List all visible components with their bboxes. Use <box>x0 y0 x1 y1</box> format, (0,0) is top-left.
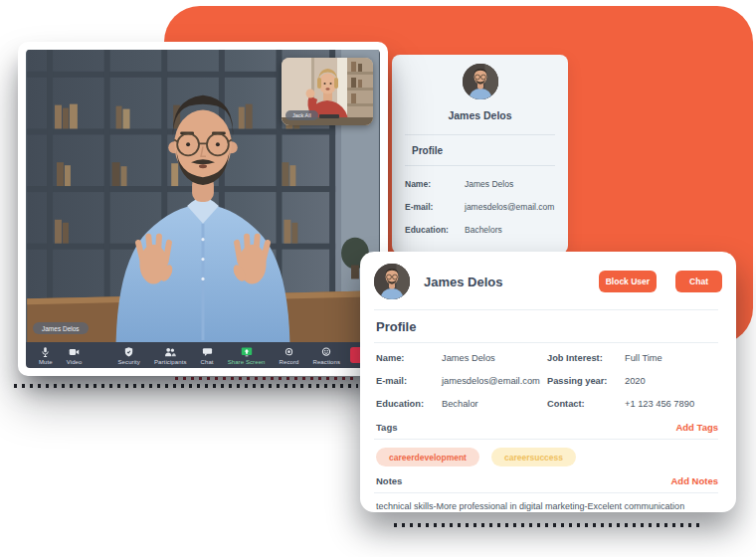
share-screen-icon <box>241 346 253 358</box>
panel-section-title: Profile <box>412 145 568 156</box>
field-row: Job Interest: Full Time <box>547 353 718 363</box>
video-button[interactable]: Video <box>60 342 90 368</box>
divider <box>405 134 555 135</box>
add-tags-link[interactable]: Add Tags <box>675 422 718 433</box>
chat-button[interactable]: Chat <box>675 271 722 292</box>
field-value: James Delos <box>465 179 513 189</box>
main-video-feed: James Delos <box>26 50 380 342</box>
field-row: Passing year: 2020 <box>547 376 718 386</box>
field-value: jamesdelos@email.com <box>442 376 540 386</box>
block-user-button[interactable]: Block User <box>599 271 657 292</box>
tags-header: Tags Add Tags <box>360 422 736 439</box>
field-row: Education: Bechalor <box>376 399 547 409</box>
field-label: Passing year: <box>547 376 625 386</box>
dotted-decoration <box>175 377 356 380</box>
card-user-name: James Delos <box>424 275 503 289</box>
field-label: Contact: <box>547 399 625 409</box>
participants-icon <box>164 346 176 358</box>
field-label: Job Interest: <box>547 353 625 363</box>
dotted-decoration <box>394 523 704 527</box>
video-call-window: James Delos <box>18 42 388 376</box>
field-label: E-mail: <box>405 202 465 212</box>
toolbar-item-label: Reactions <box>312 359 340 365</box>
field-row: E-mail: jamesdelos@email.com <box>405 202 556 212</box>
profile-card: James Delos Block User Chat Profile Name… <box>360 252 736 512</box>
reactions-button[interactable]: Reactions <box>305 342 347 368</box>
field-row: Name: James Delos <box>376 353 547 363</box>
field-value: Bechalor <box>442 399 478 409</box>
field-label: Name: <box>376 353 442 363</box>
notes-header: Notes Add Notes <box>360 475 736 492</box>
profile-card-header: James Delos Block User Chat <box>360 252 736 309</box>
thumbnail-video[interactable]: Jack All <box>282 58 373 125</box>
record-button[interactable]: Record <box>273 342 306 368</box>
field-value: 2020 <box>625 376 646 386</box>
tag-list: careerdevelopment careersuccess <box>360 440 736 475</box>
avatar <box>463 64 498 99</box>
microphone-icon <box>40 346 51 358</box>
field-row: Name: James Delos <box>405 179 556 189</box>
field-row: Contact: +1 123 456 7890 <box>547 399 718 409</box>
panel-user-name: James Delos <box>392 109 568 121</box>
fields-left-column: Name: James Delos E-mail: jamesdelos@ema… <box>376 353 547 422</box>
field-value: jamesdelos@email.com <box>465 202 554 212</box>
chat-button[interactable]: Chat <box>194 342 221 368</box>
field-value: +1 123 456 7890 <box>625 399 694 409</box>
toolbar-item-label: Security <box>118 359 140 365</box>
record-icon <box>284 346 294 358</box>
notes-title: Notes <box>376 475 402 486</box>
participants-button[interactable]: Participants <box>147 342 194 368</box>
page: James Delos <box>0 0 756 557</box>
avatar-illustration <box>374 264 410 299</box>
divider <box>374 309 718 310</box>
card-section-title: Profile <box>376 319 736 334</box>
security-button[interactable]: Security <box>111 342 147 368</box>
toolbar-item-label: Video <box>67 359 83 365</box>
field-label: Name: <box>405 179 465 189</box>
dotted-decoration <box>14 384 358 388</box>
tag-chip[interactable]: careerdevelopment <box>376 448 479 466</box>
fields-right-column: Job Interest: Full Time Passing year: 20… <box>547 353 718 422</box>
shield-icon <box>123 346 134 358</box>
divider <box>405 165 555 166</box>
thumbnail-name-badge: Jack All <box>285 110 318 120</box>
field-label: Education: <box>405 225 465 235</box>
share-screen-button[interactable]: Share Screen <box>221 342 273 368</box>
toolbar-item-label: Chat <box>201 359 214 365</box>
reactions-icon <box>320 346 332 358</box>
chat-bubble-icon <box>202 346 213 358</box>
toolbar-item-label: Share Screen <box>228 359 266 365</box>
toolbar-item-label: Participants <box>154 359 187 365</box>
camera-icon <box>69 346 80 358</box>
tag-chip[interactable]: careersuccess <box>491 448 576 466</box>
profile-side-panel: James Delos Profile Name: James Delos E-… <box>392 55 568 254</box>
field-label: E-mail: <box>376 376 442 386</box>
toolbar-item-label: Mute <box>39 359 53 365</box>
avatar-illustration <box>463 64 498 99</box>
field-label: Education: <box>376 399 442 409</box>
panel-fields: Name: James Delos E-mail: jamesdelos@ema… <box>392 179 568 235</box>
call-toolbar: Mute Video Security <box>26 342 380 368</box>
card-fields: Name: James Delos E-mail: jamesdelos@ema… <box>360 343 736 422</box>
card-actions: Block User Chat <box>599 271 722 292</box>
field-value: James Delos <box>442 353 495 363</box>
field-row: E-mail: jamesdelos@email.com <box>376 376 547 386</box>
field-value: Bachelors <box>465 225 502 235</box>
field-value: Full Time <box>625 353 662 363</box>
tags-title: Tags <box>376 422 397 433</box>
toolbar-item-label: Record <box>280 359 299 365</box>
notes-text: technical skills-More professional in di… <box>360 493 736 511</box>
field-row: Education: Bachelors <box>405 225 556 235</box>
mute-button[interactable]: Mute <box>32 342 60 368</box>
add-notes-link[interactable]: Add Notes <box>671 475 719 486</box>
participant-name-badge: James Delos <box>33 322 89 334</box>
avatar <box>374 264 410 299</box>
